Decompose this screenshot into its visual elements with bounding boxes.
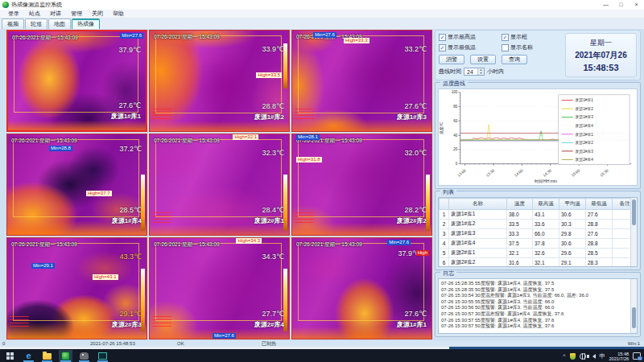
table-row[interactable]: 4废源1#库437.537.830.628.8 (440, 239, 638, 249)
svg-text:废源2#库2: 废源2#库2 (576, 140, 594, 145)
tab-视频[interactable]: 视频 (2, 19, 24, 29)
table-scrollbar-thumb[interactable] (632, 200, 636, 225)
table-cell: 32.1 (507, 249, 533, 258)
svg-text:14:00: 14:00 (514, 168, 524, 178)
alarm-marks (152, 316, 171, 327)
svg-text:15:00: 15:00 (571, 168, 581, 178)
ime-indicator[interactable]: 中 (600, 352, 605, 360)
table-row[interactable]: 3废源1#库333.366.029.827.6 (440, 229, 638, 239)
menu-item-1[interactable]: 登录 (3, 10, 24, 18)
panel-name: 废源2#库2 (397, 216, 427, 225)
security-shield-icon[interactable] (570, 353, 576, 360)
table-cell: 28.3 (586, 258, 613, 268)
table-row[interactable]: 1废源1#库138.043.130.627.6 (440, 210, 638, 220)
table-row[interactable]: 2废源1#库233.533.630.328.8 (440, 220, 638, 229)
checkbox-1[interactable]: ✓显示最高温 (439, 33, 502, 41)
spinner-arrows-icon[interactable]: ▲▼ (477, 68, 484, 75)
checkbox-label: 显示名称 (510, 43, 533, 51)
menu-item-5[interactable]: 关闭 (87, 10, 108, 18)
taskbar-app6[interactable] (96, 350, 109, 362)
maximize-button[interactable]: □ (613, 0, 629, 10)
status-ok: OK (177, 341, 184, 347)
start-button[interactable] (3, 350, 17, 362)
min-temp-badge: Min=27.6 (387, 240, 411, 245)
tab-轮巡[interactable]: 轮巡 (25, 19, 47, 29)
button-1[interactable]: 消警 (439, 55, 464, 64)
min-temp-badge: Min=27.6 (120, 33, 143, 39)
title-bar: 热成像测温监控系统 — □ × (0, 0, 644, 10)
table-cell: 31.6 (507, 258, 533, 268)
log-entry: 07-26 15:28:35 55度报警: 废源1#库4, 温度恢复, 37.5 (441, 281, 630, 287)
thermal-panel-9[interactable]: 07-26-2021 星期一 15:43:0937.9℃Min=27.6High… (291, 237, 432, 339)
thermal-panel-4[interactable]: 07-26-2021 星期一 15:43:0937.2℃Min=28.8High… (6, 134, 147, 236)
tab-地图[interactable]: 地图 (48, 19, 71, 29)
curve-time-label: 曲线时间 (439, 68, 461, 76)
checkbox-label: 显示最高温 (448, 33, 476, 41)
menu-item-2[interactable]: 站点 (24, 10, 45, 18)
svg-text:废源1#库2: 废源1#库2 (576, 106, 594, 111)
thermal-panel-1[interactable]: 07-26-2021 星期一 15:43:0937.9℃Min=27.627.6… (6, 30, 147, 132)
checkbox-box-icon: ✓ (502, 34, 509, 41)
table-cell: 38.0 (507, 210, 533, 220)
panel-name: 废源2#库4 (254, 320, 284, 329)
menu-item-4[interactable]: 管理 (66, 10, 87, 18)
thermal-panel-3[interactable]: 07-26-2021 星期一 15:43:0933.2℃Min=27.6High… (291, 30, 432, 132)
tray-expand-icon[interactable]: ^ (563, 353, 565, 359)
thermal-panel-2[interactable]: 07-26-2021 星期一 15:43:0933.9℃High=33.528.… (149, 30, 290, 132)
table-cell: 30.6 (559, 210, 586, 220)
status-bar: 0 2021-07-26 15:48:53 OK 已制热 Win:1 (0, 341, 644, 347)
log-entry: 07-26 15:30:57 50度预警: 废源1#库4, 温度恢复, 37.6 (441, 323, 630, 330)
menu-item-6[interactable]: 帮助 (108, 10, 129, 18)
panel-timestamp: 07-26-2021 星期一 15:43:09 (154, 138, 220, 145)
table-scrollbar[interactable] (630, 198, 637, 266)
alarm-marks (295, 109, 314, 119)
log-scrollbar[interactable] (630, 279, 637, 333)
table-cell: 3 (440, 229, 449, 239)
button-2[interactable]: 设置 (470, 55, 496, 64)
high-temp-badge: High=43.1 (93, 274, 118, 280)
checkbox-box-icon (502, 44, 509, 51)
checkbox-3[interactable]: ✓显示最低温 (439, 43, 502, 51)
thermal-panel-5[interactable]: 07-26-2021 星期一 15:43:0932.3℃High=32.128.… (149, 134, 290, 236)
action-center-icon[interactable]: 22 (633, 352, 641, 360)
taskbar-edge[interactable]: e (22, 350, 35, 362)
menu-item-3[interactable]: 对讲 (45, 10, 66, 18)
speaker-icon[interactable] (590, 354, 596, 359)
log-entry: 07-26 15:30:54 30度温差报警: 废源1#库3, 当前温度: 66… (441, 293, 630, 299)
taskbar-thermal-app[interactable] (59, 350, 72, 362)
panel-timestamp: 07-26-2021 星期一 15:43:09 (154, 34, 220, 41)
panel-name: 废源1#库2 (254, 113, 284, 121)
table-cell: 废源1#库3 (449, 229, 507, 239)
min-temp-badge: Min=28.8 (49, 146, 72, 151)
close-button[interactable]: × (629, 0, 644, 10)
checkbox-4[interactable]: 显示名称 (502, 43, 558, 51)
high-temp-badge: High=32.1 (233, 134, 258, 140)
log-group: 日志 07-26 15:28:35 55度报警: 废源1#库4, 温度恢复, 3… (435, 272, 641, 337)
hours-label: 小时内 (487, 68, 504, 76)
thermal-panel-7[interactable]: 07-26-2021 星期一 15:43:0943.3℃Min=29.1High… (6, 237, 147, 339)
panel-current-temp: 32.0℃ (404, 149, 427, 157)
column-header: 最低温 (586, 199, 613, 210)
action-buttons: 消警设置查询 (439, 55, 561, 64)
table-row[interactable]: 6废源2#库231.632.129.128.3 (440, 258, 638, 268)
sensor-table: 名称温度最高温平均温最低温备注1废源1#库138.043.130.627.62废… (439, 198, 638, 267)
table-cell: 28.8 (586, 239, 613, 249)
thermal-panel-8[interactable]: 07-26-2021 星期一 15:43:0934.3℃Min=27.6High… (149, 237, 290, 339)
curve-time-spinner[interactable]: 24 ▲▼ (464, 68, 485, 76)
checkbox-box-icon: ✓ (439, 44, 446, 51)
button-3[interactable]: 查询 (502, 55, 527, 64)
network-icon[interactable] (580, 353, 586, 360)
table-row[interactable]: 5废源2#库132.132.629.628.5 (440, 249, 638, 258)
svg-text:40: 40 (453, 134, 458, 138)
log-scrollbar-thumb[interactable] (632, 307, 636, 328)
taskbar-gimp[interactable] (77, 350, 91, 362)
checkbox-2[interactable]: ✓显示框 (502, 33, 558, 41)
taskbar-clock[interactable]: 15:48 2021/7/26 (609, 352, 629, 361)
thermal-panel-6[interactable]: 07-26-2021 星期一 15:43:0932.0℃Min=28.1High… (291, 134, 432, 236)
taskbar-explorer[interactable] (40, 350, 54, 362)
high-temp-badge: High=31.8 (296, 157, 322, 162)
min-temp-badge: Min=29.1 (31, 263, 55, 269)
high-temp-badge: High=33.5 (256, 72, 282, 78)
tab-热成像[interactable]: 热成像 (72, 19, 100, 29)
minimize-button[interactable]: — (598, 0, 613, 10)
